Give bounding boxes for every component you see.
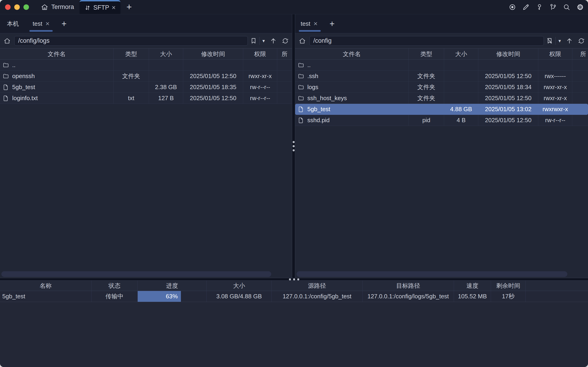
column-header-name[interactable]: 名称 [0, 281, 92, 291]
file-size: 127 B [149, 93, 183, 104]
splitter-dot [293, 149, 295, 151]
splitter-dot [293, 278, 295, 280]
column-header-mtime[interactable]: 修改时间 [183, 49, 243, 59]
divider [259, 37, 260, 45]
maximize-window-button[interactable] [24, 4, 29, 10]
column-header-owner[interactable]: 所 [277, 49, 292, 59]
home-icon[interactable] [299, 37, 306, 44]
home-icon [41, 3, 48, 11]
tab-termora-home[interactable]: Termora [34, 0, 79, 14]
horizontal-scrollbar[interactable] [297, 271, 567, 277]
path-input[interactable] [309, 36, 544, 46]
file-owner [277, 93, 292, 104]
horizontal-scrollbar[interactable] [1, 271, 271, 277]
file-mtime: 2025/01/05 12:50 [478, 93, 538, 104]
left-pathbar: ▾ [0, 33, 292, 48]
file-size [444, 93, 478, 104]
bookmark-slash-icon[interactable] [546, 37, 553, 44]
file-type [409, 60, 444, 70]
close-tab-icon[interactable]: × [45, 20, 50, 28]
column-header-type[interactable]: 类型 [409, 49, 444, 59]
file-name: .. [12, 62, 15, 69]
file-name: 5gb_test [307, 106, 330, 113]
file-perm: rw-r--r-- [243, 82, 277, 92]
bookmark-icon[interactable] [250, 37, 257, 44]
right-pathbar: ▾ [295, 33, 588, 48]
file-row-ssh-dir[interactable]: .ssh 文件夹 2025/01/05 12:50 rwx------ [295, 71, 588, 82]
transfer-status: 传输中 [92, 291, 138, 302]
file-mtime: 2025/01/05 12:50 [478, 71, 538, 82]
key-icon[interactable] [536, 3, 543, 11]
edit-pencil-icon[interactable] [522, 3, 530, 11]
tab-local-machine[interactable]: 本机 [0, 14, 26, 33]
column-header-owner[interactable]: 所 [572, 49, 588, 59]
new-tab-button[interactable]: + [120, 0, 132, 14]
file-mtime: 2025/01/05 12:50 [478, 115, 538, 126]
tab-session-test[interactable]: test × [26, 14, 56, 33]
file-row-openssh[interactable]: openssh 文件夹 2025/01/05 12:50 rwxr-xr-x [0, 71, 292, 82]
column-header-target[interactable]: 目标路径 [363, 281, 454, 291]
transfer-row-5gb-test[interactable]: 5gb_test 传输中 63% 3.08 GB/4.88 GB 127.0.0… [0, 291, 588, 302]
settings-gear-icon[interactable] [577, 3, 584, 11]
right-pane: test × + ▾ [295, 14, 588, 278]
column-header-size[interactable]: 大小 [207, 281, 272, 291]
column-header-size[interactable]: 大小 [149, 49, 183, 59]
transfer-splitter-horizontal[interactable] [0, 278, 588, 281]
file-name: .ssh [307, 73, 318, 80]
file-perm: rwx------ [538, 71, 572, 82]
column-header-mtime[interactable]: 修改时间 [478, 49, 538, 59]
column-header-source[interactable]: 源路径 [272, 281, 363, 291]
pane-splitter-vertical[interactable] [292, 14, 295, 278]
file-row-sshd-pid[interactable]: sshd.pid pid 4 B 2025/01/05 12:50 rw-r--… [295, 115, 588, 126]
column-header-perm[interactable]: 权限 [538, 49, 572, 59]
file-row-5gb-test[interactable]: 5gb_test 2.38 GB 2025/01/05 18:35 rw-r--… [0, 82, 292, 93]
bookmark-dropdown-caret[interactable]: ▾ [558, 38, 561, 44]
column-header-status[interactable]: 状态 [92, 281, 138, 291]
tab-sftp[interactable]: SFTP × [79, 0, 120, 14]
transfer-size: 3.08 GB/4.88 GB [207, 291, 272, 302]
column-header-remaining[interactable]: 剩余时间 [491, 281, 526, 291]
file-mtime [478, 60, 538, 70]
column-header-name[interactable]: 文件名 [0, 49, 114, 59]
up-directory-icon[interactable] [566, 37, 573, 44]
file-icon [298, 117, 304, 123]
search-icon[interactable] [563, 3, 570, 11]
refresh-icon[interactable] [578, 37, 585, 44]
file-row-loginfo-txt[interactable]: loginfo.txt txt 127 B 2025/01/05 12:50 r… [0, 93, 292, 104]
column-header-size[interactable]: 大小 [444, 49, 478, 59]
column-header-type[interactable]: 类型 [114, 49, 149, 59]
file-row-parent-dir[interactable]: .. [295, 60, 588, 71]
file-row-5gb-test-selected[interactable]: 5gb_test 4.88 GB 2025/01/05 13:02 rwxrwx… [295, 104, 588, 115]
up-directory-icon[interactable] [270, 37, 277, 44]
splitter-dot [293, 145, 295, 147]
titlebar-spacer [132, 0, 509, 14]
new-session-tab-button[interactable]: + [56, 14, 71, 33]
bookmark-dropdown-caret[interactable]: ▾ [262, 38, 265, 44]
column-header-name[interactable]: 文件名 [295, 49, 409, 59]
file-panes: 本机 test × + ▾ [0, 14, 588, 278]
file-owner [572, 82, 588, 92]
file-row-parent-dir[interactable]: .. [0, 60, 292, 71]
file-mtime [183, 60, 243, 70]
path-input[interactable] [14, 36, 248, 46]
new-session-tab-button[interactable]: + [324, 14, 340, 33]
column-header-perm[interactable]: 权限 [243, 49, 277, 59]
sftp-tab-label: SFTP [93, 4, 109, 11]
column-header-progress[interactable]: 进度 [138, 281, 207, 291]
git-branch-icon[interactable] [549, 3, 557, 11]
home-icon[interactable] [4, 37, 11, 44]
splitter-dot [293, 141, 295, 143]
close-tab-icon[interactable]: × [314, 20, 318, 28]
file-icon [3, 95, 9, 101]
record-icon[interactable] [509, 3, 516, 11]
close-tab-icon[interactable]: × [112, 4, 116, 11]
column-header-speed[interactable]: 速度 [454, 281, 491, 291]
file-row-ssh-host-keys[interactable]: ssh_host_keys 文件夹 2025/01/05 12:50 rwxr-… [295, 93, 588, 104]
refresh-icon[interactable] [282, 37, 289, 44]
close-window-button[interactable] [5, 4, 11, 10]
folder-icon [298, 95, 304, 101]
tab-session-test[interactable]: test × [295, 14, 324, 33]
file-perm: rwxrwxr-x [538, 104, 572, 115]
file-row-logs-dir[interactable]: logs 文件夹 2025/01/05 18:34 rwxr-xr-x [295, 82, 588, 93]
minimize-window-button[interactable] [14, 4, 20, 10]
